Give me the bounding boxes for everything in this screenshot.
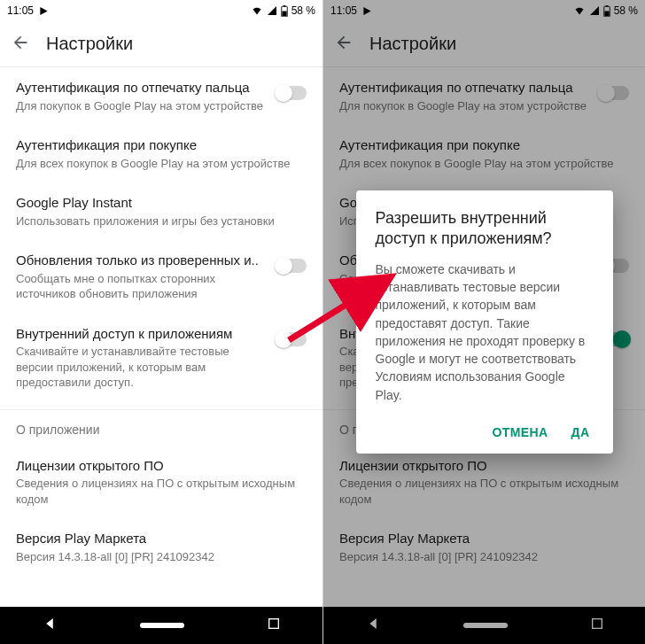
setting-subtitle: Использовать приложения и игры без устан… (16, 213, 307, 229)
setting-subtitle: Для всех покупок в Google Play на этом у… (16, 156, 307, 172)
app-header: Настройки (323, 21, 645, 67)
setting-subtitle: Для покупок в Google Play на этом устрой… (16, 98, 268, 114)
wifi-icon (251, 5, 263, 16)
setting-title: Аутентификация при покупке (16, 136, 307, 154)
dialog-actions: ОТМЕНА ДА (376, 420, 594, 445)
page-title: Настройки (46, 34, 133, 54)
status-bar: 11:05 58 % (323, 0, 645, 21)
dialog-title: Разрешить внутренний доступ к приложения… (376, 208, 594, 250)
setting-title: Аутентификация по отпечатку пальца (339, 79, 590, 97)
nav-recent-icon[interactable] (590, 617, 604, 634)
setting-fingerprint[interactable]: Аутентификация по отпечатку пальца Для п… (323, 67, 645, 125)
toggle-fingerprint[interactable] (276, 86, 307, 100)
setting-verified-updates[interactable]: Обновления только из проверенных и.. Соо… (0, 240, 322, 314)
setting-subtitle: Для покупок в Google Play на этом устрой… (339, 98, 590, 114)
nav-recent-icon[interactable] (267, 617, 281, 634)
svg-rect-5 (605, 5, 608, 6)
back-button[interactable] (11, 33, 30, 56)
setting-subtitle: Сведения о лицензиях на ПО с открытым ис… (16, 476, 307, 507)
ok-button[interactable]: ДА (571, 425, 590, 439)
setting-fingerprint[interactable]: Аутентификация по отпечатку пальца Для п… (0, 67, 322, 125)
setting-subtitle: Версия 14.3.18-all [0] [PR] 241092342 (339, 549, 629, 565)
nav-back-icon[interactable] (42, 616, 58, 635)
setting-subtitle: Версия 14.3.18-all [0] [PR] 241092342 (16, 549, 307, 565)
setting-version[interactable]: Версия Play Маркета Версия 14.3.18-all [… (0, 518, 322, 576)
play-store-icon (39, 6, 49, 16)
cancel-button[interactable]: ОТМЕНА (493, 425, 548, 439)
battery-icon (603, 5, 610, 17)
battery-icon (281, 5, 288, 17)
svg-rect-1 (283, 5, 285, 6)
nav-back-icon[interactable] (365, 616, 381, 635)
page-title: Настройки (369, 34, 456, 54)
setting-title: Аутентификация по отпечатку пальца (16, 79, 268, 97)
setting-title: Аутентификация при покупке (339, 136, 629, 154)
setting-subtitle: Сведения о лицензиях на ПО с открытым ис… (339, 476, 629, 507)
dialog-body: Вы сможете скачивать и устанавливать тес… (376, 260, 594, 404)
navigation-bar (323, 607, 645, 644)
setting-title: Обновления только из проверенных и.. (16, 252, 268, 269)
play-store-icon (362, 6, 372, 16)
setting-title: Лицензии открытого ПО (16, 457, 307, 475)
svg-rect-3 (269, 619, 279, 629)
confirm-dialog: Разрешить внутренний доступ к приложения… (356, 190, 613, 454)
toggle-internal-access[interactable] (276, 332, 307, 346)
setting-licenses[interactable]: Лицензии открытого ПО Сведения о лицензи… (323, 446, 645, 519)
setting-title: Версия Play Маркета (16, 530, 307, 547)
svg-rect-2 (282, 11, 286, 16)
status-bar: 11:05 58 % (0, 0, 322, 21)
setting-licenses[interactable]: Лицензии открытого ПО Сведения о лицензи… (0, 446, 322, 519)
setting-internal-access[interactable]: Внутренний доступ к приложениям Скачивай… (0, 314, 322, 402)
setting-version[interactable]: Версия Play Маркета Версия 14.3.18-all [… (323, 518, 645, 576)
status-time: 11:05 (330, 4, 357, 17)
setting-subtitle: Скачивайте и устанавливайте тестовые вер… (16, 344, 268, 391)
signal-icon (589, 5, 600, 16)
app-header: Настройки (0, 21, 322, 67)
setting-title: Внутренний доступ к приложениям (16, 325, 268, 343)
nav-home-icon[interactable] (463, 623, 508, 628)
signal-icon (267, 5, 277, 16)
battery-text: 58 % (614, 4, 638, 17)
svg-rect-7 (592, 619, 602, 629)
setting-title: Версия Play Маркета (339, 530, 629, 547)
setting-subtitle: Для всех покупок в Google Play на этом у… (339, 156, 629, 172)
navigation-bar (0, 607, 322, 644)
toggle-fingerprint[interactable] (599, 86, 629, 100)
setting-subtitle: Сообщать мне о попытках сторонних источн… (16, 271, 268, 302)
setting-purchase-auth[interactable]: Аутентификация при покупке Для всех поку… (323, 125, 645, 182)
arrow-left-icon (11, 33, 30, 52)
setting-purchase-auth[interactable]: Аутентификация при покупке Для всех поку… (0, 125, 322, 182)
arrow-left-icon (334, 33, 354, 52)
setting-instant[interactable]: Google Play Instant Использовать приложе… (0, 182, 322, 240)
setting-title: Лицензии открытого ПО (339, 457, 629, 475)
nav-home-icon[interactable] (140, 623, 184, 628)
status-time: 11:05 (7, 4, 34, 17)
back-button[interactable] (334, 33, 354, 56)
battery-text: 58 % (291, 4, 315, 17)
phone-right: 11:05 58 % Настройки Аутентификация по (322, 0, 645, 644)
phone-left: 11:05 58 % Наст (0, 0, 322, 644)
svg-rect-6 (604, 11, 609, 16)
settings-list[interactable]: Аутентификация по отпечатку пальца Для п… (0, 67, 322, 607)
wifi-icon (573, 5, 586, 16)
toggle-verified-updates[interactable] (276, 259, 307, 273)
setting-title: Google Play Instant (16, 194, 307, 212)
section-about: О приложении (0, 410, 322, 446)
